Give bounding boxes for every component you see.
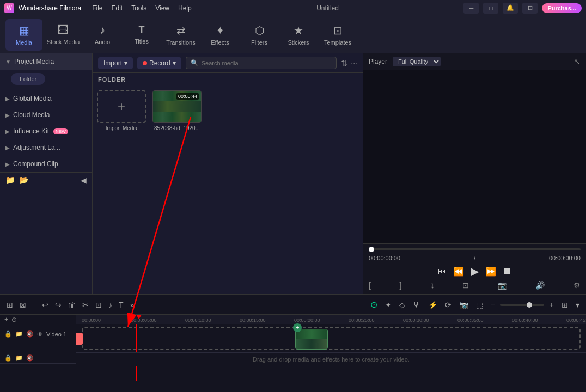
timeline-overlay-icon[interactable]: ⬚ bbox=[474, 299, 485, 310]
timeline-motion-icon[interactable]: ⊙ bbox=[368, 298, 380, 311]
video-clip-thumbnail[interactable] bbox=[295, 329, 328, 350]
menu-tools[interactable]: Tools bbox=[131, 4, 146, 12]
import-button[interactable]: Import ▾ bbox=[98, 57, 133, 69]
more-tools[interactable]: » bbox=[128, 299, 137, 310]
zoom-out-icon[interactable]: − bbox=[489, 299, 497, 310]
audio-lock-icon[interactable]: 🔒 bbox=[4, 354, 12, 362]
add-track-button[interactable]: + bbox=[4, 316, 8, 323]
titles-icon: T bbox=[139, 24, 145, 36]
delete-button[interactable]: 🗑 bbox=[66, 299, 78, 310]
frame-back-button[interactable]: ⏪ bbox=[453, 266, 464, 277]
settings-icon[interactable]: ⚙ bbox=[573, 281, 581, 290]
video-folder-icon[interactable]: 📁 bbox=[15, 330, 23, 338]
sidebar-item-influence-kit[interactable]: ▶ Influence Kit NEW bbox=[0, 123, 92, 139]
skip-back-button[interactable]: ⏮ bbox=[438, 266, 447, 276]
undo-button[interactable]: ↩ bbox=[40, 299, 51, 310]
video-eye-icon[interactable]: 👁 bbox=[37, 331, 43, 338]
mark-out-icon[interactable]: ] bbox=[399, 281, 401, 290]
play-button[interactable]: ▶ bbox=[471, 265, 479, 278]
frame-forward-button[interactable]: ⏩ bbox=[485, 266, 496, 277]
video-mute-icon[interactable]: 🔇 bbox=[26, 330, 34, 338]
purchase-button[interactable]: Purchas... bbox=[542, 3, 582, 13]
link-track-button[interactable]: ⊙ bbox=[11, 316, 17, 323]
chevron-right-icon-5: ▶ bbox=[5, 161, 10, 167]
volume-icon[interactable]: 🔊 bbox=[535, 281, 545, 290]
toolbar-stickers-label: Stickers bbox=[288, 39, 309, 46]
collapse-sidebar-button[interactable]: ◀ bbox=[81, 176, 87, 185]
timeline-effect-icon[interactable]: ◇ bbox=[397, 299, 407, 310]
audio-tool[interactable]: ♪ bbox=[106, 299, 114, 310]
audio-folder-icon[interactable]: 📁 bbox=[15, 354, 23, 362]
stop-button[interactable]: ⏹ bbox=[503, 266, 511, 276]
new-folder-button[interactable]: 📂 bbox=[19, 176, 28, 185]
toolbar-item-filters[interactable]: ⬡ Filters bbox=[241, 19, 278, 51]
player-fullscreen-icon[interactable]: ⤡ bbox=[574, 57, 581, 66]
toolbar-item-templates[interactable]: ⊡ Templates bbox=[319, 19, 356, 51]
timeline-more-icon[interactable]: ▾ bbox=[573, 299, 582, 310]
progress-bar[interactable] bbox=[369, 248, 581, 250]
zoom-handle[interactable] bbox=[527, 302, 532, 308]
toolbar-item-audio[interactable]: ♪ Audio bbox=[84, 19, 121, 51]
timeline-video-track[interactable]: + bbox=[76, 324, 586, 353]
time-separator: / bbox=[474, 255, 475, 261]
maximize-button[interactable]: □ bbox=[483, 3, 498, 14]
redo-button[interactable]: ↪ bbox=[53, 299, 64, 310]
zoom-in-icon[interactable]: + bbox=[547, 299, 556, 310]
record-button[interactable]: Record ▾ bbox=[137, 57, 181, 69]
menu-file[interactable]: File bbox=[92, 4, 102, 12]
playhead-triangle bbox=[136, 315, 142, 319]
toolbar-item-stock-media[interactable]: 🎞 Stock Media bbox=[45, 19, 82, 51]
timeline-audio-track[interactable] bbox=[76, 366, 586, 381]
sort-icon[interactable]: ⇅ bbox=[341, 59, 347, 68]
timeline-color-icon[interactable]: ✦ bbox=[383, 299, 394, 310]
cut-button[interactable]: ✂ bbox=[80, 299, 91, 310]
grid-button[interactable]: ⊞ bbox=[522, 3, 538, 14]
insert-overwrite-icon[interactable]: ⤵ bbox=[430, 281, 434, 290]
search-input[interactable] bbox=[202, 60, 332, 66]
mark-in-icon[interactable]: [ bbox=[369, 281, 371, 290]
quality-select[interactable]: Full Quality bbox=[393, 57, 441, 66]
sidebar-item-global-media[interactable]: ▶ Global Media bbox=[0, 90, 92, 107]
minimize-button[interactable]: ─ bbox=[463, 3, 479, 14]
zoom-slider[interactable] bbox=[500, 304, 544, 306]
audio-mute-icon[interactable]: 🔇 bbox=[26, 354, 34, 362]
record-dot-icon bbox=[143, 61, 147, 65]
timeline-select-tool[interactable]: ⊞ bbox=[4, 299, 15, 310]
record-label: Record bbox=[149, 59, 170, 67]
video-clip-item[interactable]: 00:00:44 852038-hd_1920... bbox=[152, 90, 202, 131]
timeline-layout-icon[interactable]: ⊞ bbox=[559, 299, 570, 310]
toolbar-item-stickers[interactable]: ★ Stickers bbox=[280, 19, 317, 51]
timeline-mix-icon[interactable]: ⟳ bbox=[443, 299, 454, 310]
progress-handle[interactable] bbox=[369, 247, 374, 252]
sidebar-item-project-media[interactable]: ▼ Project Media bbox=[0, 53, 92, 70]
timeline-camera-icon[interactable]: 📷 bbox=[457, 299, 471, 310]
more-options-icon[interactable]: ··· bbox=[351, 59, 357, 68]
toolbar-item-media[interactable]: ▦ Media bbox=[5, 19, 42, 51]
add-folder-button[interactable]: 📁 bbox=[5, 176, 15, 185]
sidebar-item-adjustment[interactable]: ▶ Adjustment La... bbox=[0, 139, 92, 156]
timeline-voice-icon[interactable]: 🎙 bbox=[411, 299, 423, 310]
menu-edit[interactable]: Edit bbox=[112, 4, 123, 12]
search-box[interactable]: 🔍 bbox=[186, 57, 337, 69]
drop-hint-text: Drag and drop media and effects here to … bbox=[253, 356, 410, 363]
toolbar-item-effects[interactable]: ✦ Effects bbox=[202, 19, 239, 51]
import-media-item[interactable]: + Import Media bbox=[97, 90, 146, 131]
toolbar-item-titles[interactable]: T Titles bbox=[123, 19, 160, 51]
camera-icon[interactable]: 📷 bbox=[498, 281, 507, 290]
menu-help[interactable]: Help bbox=[178, 4, 192, 12]
video-lock-icon[interactable]: 🔒 bbox=[4, 330, 12, 338]
notifications-button[interactable]: 🔔 bbox=[503, 3, 518, 14]
time-total: 00:00:00:00 bbox=[549, 255, 581, 261]
timeline-magnet-tool[interactable]: ⊠ bbox=[17, 299, 28, 310]
timeline-ai-icon[interactable]: ⚡ bbox=[426, 299, 440, 310]
sidebar-item-compound-clip[interactable]: ▶ Compound Clip bbox=[0, 156, 92, 172]
folder-button[interactable]: Folder bbox=[11, 73, 45, 85]
menu-view[interactable]: View bbox=[155, 4, 169, 12]
snapshot-icon[interactable]: ⊡ bbox=[462, 281, 469, 290]
text-tool[interactable]: T bbox=[117, 299, 126, 310]
add-clip-button[interactable]: + bbox=[293, 323, 302, 332]
toolbar-item-transitions[interactable]: ⇄ Transitions bbox=[162, 19, 199, 51]
sidebar-item-cloud-media[interactable]: ▶ Cloud Media bbox=[0, 107, 92, 123]
video-drop-zone[interactable]: + bbox=[82, 327, 581, 350]
crop-tool[interactable]: ⊡ bbox=[93, 299, 104, 310]
